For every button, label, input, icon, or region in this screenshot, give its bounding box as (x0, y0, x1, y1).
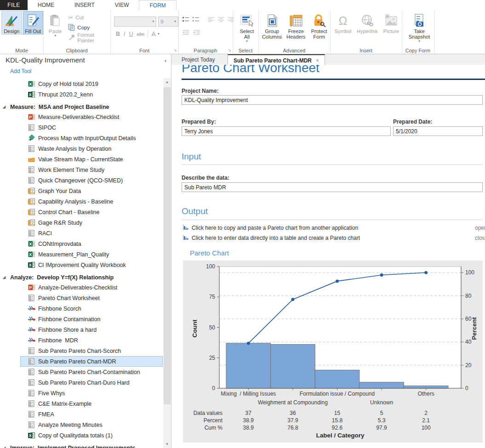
tab-view[interactable]: VIEW (105, 0, 139, 10)
table-cell: 37.9 (287, 417, 298, 424)
tree-item[interactable]: Work Element Time Study (20, 164, 163, 175)
font-dialog-launcher-icon[interactable]: ↘ (173, 48, 177, 52)
table-cell: 92.6 (332, 425, 343, 431)
close-link[interactable]: close (475, 235, 485, 241)
tree-item[interactable]: Sub Pareto Pareto Chart-MDR (20, 356, 163, 367)
tree-item[interactable]: SIPOC (20, 122, 163, 133)
tree-item[interactable]: FMEA (20, 409, 163, 420)
copy-paste-pareto-link[interactable]: Click here to copy and paste a Pareto ch… (183, 224, 358, 232)
tree-item[interactable]: Sub Pareto Pareto Chart-Contamination (20, 367, 163, 377)
tree-item[interactable]: XThruput 2020.2_kenn (20, 89, 163, 100)
collapse-sidebar-icon[interactable]: ‹ (165, 57, 166, 64)
tree-item[interactable]: XCONtImprovdata (20, 238, 163, 249)
describe-data-input[interactable] (182, 182, 483, 192)
tab-insert[interactable]: INSERT (64, 0, 105, 10)
font-size-caret-icon: ▾ (174, 20, 176, 23)
copy-button[interactable]: Copy (68, 23, 110, 33)
symbol-button: Ω Symbol (332, 11, 354, 34)
tree-item[interactable]: Gage R&R Study (20, 217, 163, 228)
tree-item[interactable]: Waste Analysis by Operation (20, 143, 163, 154)
table-cell: 15.8 (332, 417, 343, 424)
tree-item[interactable]: XCopy of Hold total 2019 (20, 79, 163, 89)
tree-item[interactable]: Process Map with Input/Output Details (20, 133, 163, 143)
numbered-list-icon[interactable] (192, 16, 200, 24)
tree-section[interactable]: ◢Measure: MSA and Project Baseline (3, 102, 163, 112)
prepared-by-input[interactable] (182, 126, 391, 136)
form-icon (28, 411, 35, 418)
tab-form[interactable]: FORM (139, 0, 176, 10)
tree-item[interactable]: Fishbone Scorch (20, 303, 163, 314)
tree-item[interactable]: XCopy of Qualitydata totals (1) (20, 430, 163, 441)
select-all-button[interactable]: Select All ▾ (235, 11, 258, 44)
project-name-label: Project Name: (182, 88, 219, 94)
italic-button: I (122, 31, 127, 37)
tab-project-today[interactable]: Project Today (176, 54, 221, 65)
bar-chart-icon (183, 234, 188, 242)
tree-item[interactable]: Sub Pareto Pareto Chart-Duro Hard (20, 377, 163, 388)
enter-data-link[interactable]: Click here to enter data directly into a… (183, 234, 360, 242)
tree-item[interactable]: Fishbone MDR (20, 335, 163, 346)
take-snapshot-caret-icon: ▾ (418, 40, 420, 43)
copy-icon (68, 24, 75, 32)
paste-button: Paste ▾ (46, 11, 64, 43)
tree-item[interactable]: XMeasurement_Plan_Quality (20, 249, 163, 260)
tree-item[interactable]: Five Whys (20, 388, 163, 398)
svg-text:80: 80 (465, 293, 472, 299)
process-map-icon (28, 135, 35, 142)
tree-item[interactable]: Capability Analysis - Baseline (20, 196, 163, 207)
tree-item[interactable]: Value Stream Map - CurrentState (20, 154, 163, 164)
ribbon-group-font: ▾ 9▾ B I U abc A ▾ Font ↘ (110, 10, 179, 54)
form-icon (28, 347, 35, 354)
tab-home[interactable]: HOME (28, 0, 64, 10)
tree-item[interactable]: PAnalyze-Deliverables-Checklist (20, 282, 163, 293)
bullet-list-icon[interactable] (182, 16, 189, 24)
tree-item[interactable]: Quick Changeover (QCO-SMED) (20, 175, 163, 186)
tree-item[interactable]: PMeasure-Deliverables-Checklist (20, 112, 163, 122)
tab-sub-pareto-mdr[interactable]: Sub Pareto Pareto Chart-MDR × (228, 54, 325, 66)
tree-item[interactable]: Fishbone Contamination (20, 314, 163, 324)
font-color-button: A (149, 30, 157, 38)
font-size-combo[interactable]: 9▾ (158, 17, 178, 27)
tree-section[interactable]: ◢Analyze: Develop Y=f(X) Relationship (3, 272, 163, 282)
tree-item[interactable]: Pareto Chart Worksheet (20, 293, 163, 303)
sidebar-scrollbar[interactable]: ▲ ▼ (163, 78, 171, 448)
font-name-caret-icon: ▾ (152, 20, 154, 23)
tree-item[interactable]: Graph Your Data (20, 186, 163, 196)
open-link[interactable]: open (475, 225, 485, 231)
scroll-up-icon[interactable]: ▲ (163, 78, 171, 86)
tree-item[interactable]: Sub Pareto Pareto Chart-Scorch (20, 346, 163, 356)
fill-out-button[interactable]: Fill Out (23, 11, 44, 34)
form-icon (28, 230, 35, 237)
close-tab-icon[interactable]: × (316, 57, 319, 64)
table-row-label: Data values (194, 410, 223, 416)
table-cell: 5 (380, 410, 383, 416)
protect-form-button[interactable]: Protect Form (308, 11, 330, 40)
freeze-headers-button[interactable]: Freeze Headers (284, 11, 308, 40)
app-window: { "icons": { "tree_expanded": "◢", "chev… (0, 0, 485, 448)
design-button[interactable]: Design (1, 11, 22, 34)
tree-expanded-icon: ◢ (3, 275, 7, 279)
paste-icon (49, 13, 61, 28)
ppt-icon: P (28, 284, 35, 291)
tree-item[interactable]: RACI (20, 228, 163, 238)
font-name-combo[interactable]: ▾ (114, 17, 156, 27)
tree-item[interactable]: C&E Matrix-Example (20, 398, 163, 409)
svg-text:100: 100 (206, 263, 215, 270)
group-columns-button[interactable]: Group Columns (260, 11, 284, 40)
tree-expanded-icon: ◢ (3, 446, 7, 448)
take-snapshot-button[interactable]: Take Snapshot ▾ (405, 11, 434, 44)
tree-section[interactable]: ◢Improve: Implement Proposed Improvement… (3, 443, 163, 448)
pareto-chart-svg: 0255075100020406080100CountPercentMixing… (183, 261, 483, 442)
add-tool-link[interactable]: Add Tool (10, 68, 31, 74)
tree-item[interactable]: Fishbone Shore a hard (20, 324, 163, 335)
ribbon-tab-bar: FILE HOME INSERT VIEW FORM (0, 0, 485, 10)
scrollbar-thumb[interactable] (164, 87, 171, 404)
prepared-date-input[interactable] (393, 126, 483, 136)
scroll-down-icon[interactable]: ▼ (163, 440, 171, 448)
project-name-input[interactable] (182, 95, 483, 105)
paragraph-dialog-launcher-icon[interactable]: ↘ (228, 48, 231, 52)
tree-item[interactable]: Control Chart - Baseline (20, 207, 163, 217)
tree-item[interactable]: XCI IMprovement Quality Workbook (20, 260, 163, 270)
tree-item[interactable]: Analyze Meeting Minutes (20, 420, 163, 430)
file-menu-button[interactable]: FILE (0, 0, 28, 10)
